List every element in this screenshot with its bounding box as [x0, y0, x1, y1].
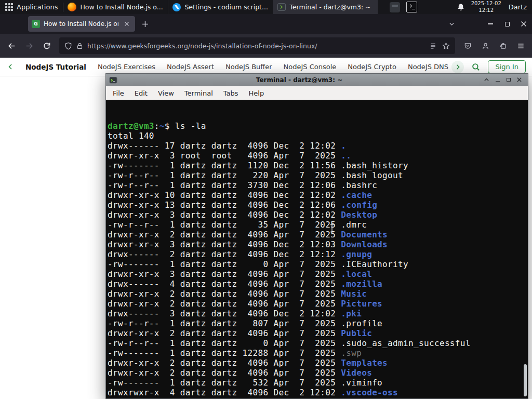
- terminal-line: drwxr-xr-x 2 dartz dartz 4096 Apr 7 2025…: [108, 289, 521, 299]
- task-title: Terminal - dartz@vm3: ~: [289, 3, 370, 11]
- menu-icon[interactable]: [512, 37, 529, 54]
- nav-item[interactable]: NodeJS Console: [284, 63, 337, 71]
- terminal-line: drwxr-xr-x 2 dartz dartz 4096 Apr 7 2025…: [108, 299, 521, 309]
- applications-icon: [5, 3, 13, 11]
- terminal-line: -rw-r--r-- 1 dartz dartz 807 Apr 7 2025 …: [108, 318, 521, 328]
- panel-right-area: 2025-12-02 12:12 Dartz: [390, 1, 532, 14]
- text-cursor: [329, 224, 335, 233]
- terminal-line: -rw------- 1 dartz dartz 0 Apr 7 2025 .I…: [108, 259, 521, 269]
- tab-bar: G How to Install Node.js on: [0, 14, 532, 34]
- terminal-prompt-line: dartz@vm3:~$ ls -la: [108, 121, 521, 131]
- bookmark-star-icon[interactable]: [442, 42, 450, 50]
- extensions-icon[interactable]: [495, 37, 511, 54]
- url-bar[interactable]: https://www.geeksforgeeks.org/node-js/in…: [59, 37, 455, 54]
- menu-tabs[interactable]: Tabs: [218, 89, 244, 97]
- terminal-line: drwx------ 3 dartz dartz 4096 Dec 2 12:0…: [108, 309, 521, 318]
- nav-item[interactable]: NodeJS Crypto: [348, 63, 396, 71]
- panel-clock[interactable]: 2025-12-02 12:12: [471, 1, 501, 14]
- profile-icon[interactable]: [477, 37, 494, 54]
- terminal-line: -rw-r--r-- 1 dartz dartz 220 Apr 7 2025 …: [108, 170, 521, 180]
- desktop-panel: Applications How to Install Node.js o...…: [0, 0, 532, 14]
- terminal-close-icon[interactable]: [514, 75, 525, 85]
- nav-item[interactable]: NodeJS Buffer: [225, 63, 272, 71]
- menu-view[interactable]: View: [153, 89, 179, 97]
- terminal-line: drwxr-xr-x 3 dartz dartz 4096 Dec 2 12:0…: [108, 240, 521, 249]
- terminal-line: drwx------ 2 dartz dartz 4096 Dec 2 12:1…: [108, 249, 521, 259]
- terminal-minimize-icon[interactable]: [492, 75, 503, 85]
- terminal-line: drwx------ 4 dartz dartz 4096 Apr 7 2025…: [108, 279, 521, 289]
- terminal-line: -rw------- 1 dartz dartz 48 Dec 2 10:39 …: [108, 397, 521, 398]
- tab-list-chevron-icon[interactable]: [445, 17, 458, 31]
- new-tab-button[interactable]: [138, 17, 152, 31]
- nav-item[interactable]: NodeJS DNS: [408, 63, 448, 71]
- terminal-line: -rw-r--r-- 1 dartz dartz 3730 Dec 2 12:0…: [108, 180, 521, 190]
- terminal-line: -rw------- 1 dartz dartz 1120 Dec 2 11:5…: [108, 161, 521, 170]
- codium-icon: [172, 3, 181, 11]
- terminal-line: drwx------ 17 dartz dartz 4096 Dec 2 12:…: [108, 141, 521, 151]
- notification-bell-icon[interactable]: [457, 3, 465, 11]
- reader-mode-icon[interactable]: [429, 42, 437, 50]
- terminal-line: -rw------- 1 dartz dartz 532 Apr 7 2025 …: [108, 378, 521, 388]
- clock-time: 12:12: [471, 7, 501, 14]
- applications-menu-button[interactable]: Applications: [0, 0, 63, 14]
- tracking-shield-icon[interactable]: [64, 42, 72, 50]
- reload-icon[interactable]: [38, 37, 55, 54]
- terminal-line: -rw-r--r-- 1 dartz dartz 35 Apr 7 2025 .…: [108, 220, 521, 230]
- terminal-line: drwxr-xr-x 3 root root 4096 Apr 7 2025 .…: [108, 151, 521, 161]
- menu-edit[interactable]: Edit: [129, 89, 153, 97]
- terminal-line: drwxr-xr-x 2 dartz dartz 4096 Apr 7 2025…: [108, 328, 521, 338]
- taskbar-item-codium[interactable]: Settings - codium script...: [168, 0, 273, 14]
- firefox-icon: [68, 3, 76, 11]
- terminal-menubar: File Edit View Terminal Tabs Help: [106, 86, 528, 100]
- terminal-line: drwxr-xr-x 3 dartz dartz 4096 Dec 2 12:0…: [108, 210, 521, 220]
- forward-icon[interactable]: [21, 37, 37, 54]
- terminal-maximize-icon[interactable]: [503, 75, 514, 85]
- terminal-icon: [277, 3, 286, 11]
- menu-terminal[interactable]: Terminal: [179, 89, 218, 97]
- url-text: https://www.geeksforgeeks.org/node-js/in…: [87, 42, 425, 50]
- taskbar-item-firefox[interactable]: How to Install Node.js o...: [63, 0, 168, 14]
- terminal-line: -rw-r--r-- 1 dartz dartz 0 Apr 7 2025 .s…: [108, 338, 521, 348]
- tab-close-icon[interactable]: [122, 19, 131, 29]
- systray-app-icon[interactable]: [390, 2, 400, 12]
- nav-item[interactable]: NodeJS Exercises: [98, 63, 155, 71]
- systray-terminal-icon[interactable]: [406, 2, 417, 12]
- terminal-window-icon: [109, 76, 117, 84]
- shade-icon[interactable]: [481, 75, 492, 85]
- nav-back-chevron-icon[interactable]: [7, 63, 14, 70]
- search-icon[interactable]: [471, 62, 481, 72]
- terminal-line: drwxr-xr-x 2 dartz dartz 4096 Apr 7 2025…: [108, 358, 521, 368]
- terminal-scrollbar-thumb[interactable]: [524, 364, 527, 396]
- task-title: How to Install Node.js o...: [80, 3, 163, 11]
- nav-forward-chevron-icon[interactable]: [451, 61, 464, 73]
- terminal-titlebar[interactable]: Terminal - dartz@vm3: ~: [106, 74, 528, 86]
- pocket-icon[interactable]: [459, 37, 476, 54]
- menu-help[interactable]: Help: [244, 89, 270, 97]
- nav-item-list: NodeJS Tutorial NodeJS Exercises NodeJS …: [0, 63, 448, 71]
- terminal-scrollbar[interactable]: [523, 100, 527, 398]
- taskbar-item-terminal[interactable]: Terminal - dartz@vm3: ~: [273, 0, 378, 14]
- terminal-line: drwxr-xr-x 2 dartz dartz 4096 Apr 7 2025…: [108, 368, 521, 378]
- terminal-line: drwxrwxr-x 4 dartz dartz 4096 Dec 2 12:0…: [108, 388, 521, 397]
- terminal-total-line: total 140: [108, 131, 521, 141]
- nav-item[interactable]: NodeJS Assert: [167, 63, 214, 71]
- terminal-output[interactable]: dartz@vm3:~$ ls -latotal 140drwx------ 1…: [106, 100, 528, 398]
- window-minimize-button[interactable]: [482, 16, 499, 32]
- terminal-line: drwxr-xr-x 10 dartz dartz 4096 Dec 2 12:…: [108, 190, 521, 200]
- terminal-line: -rw------- 1 dartz dartz 12288 Apr 7 202…: [108, 348, 521, 358]
- geeksforgeeks-favicon: G: [32, 20, 40, 28]
- window-maximize-button[interactable]: [499, 16, 515, 32]
- terminal-window: Terminal - dartz@vm3: ~ File Edit View T…: [105, 73, 528, 399]
- menu-file[interactable]: File: [108, 89, 129, 97]
- browser-tab[interactable]: G How to Install Node.js on: [28, 16, 135, 32]
- terminal-line: drwxr-xr-x 13 dartz dartz 4096 Dec 2 12:…: [108, 200, 521, 210]
- back-icon[interactable]: [3, 37, 20, 54]
- sign-in-button[interactable]: Sign In: [488, 60, 526, 73]
- panel-username: Dartz: [508, 3, 527, 11]
- navigation-toolbar: https://www.geeksforgeeks.org/node-js/in…: [0, 34, 532, 58]
- nav-item-tutorial[interactable]: NodeJS Tutorial: [25, 63, 86, 71]
- task-title: Settings - codium script...: [184, 3, 268, 11]
- lock-icon[interactable]: [76, 43, 83, 49]
- window-close-button[interactable]: [515, 16, 532, 32]
- clock-date: 2025-12-02: [471, 1, 501, 7]
